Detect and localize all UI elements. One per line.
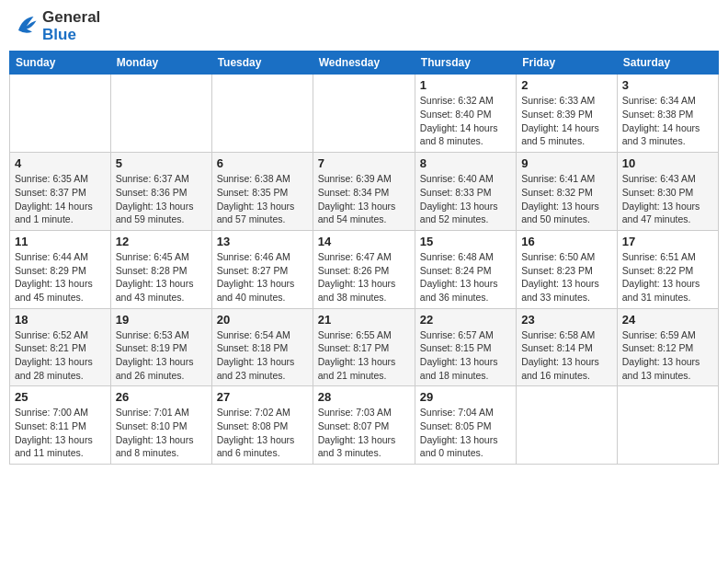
calendar-cell: 17Sunrise: 6:51 AM Sunset: 8:22 PM Dayli… (617, 230, 718, 308)
day-number: 26 (116, 390, 207, 404)
calendar-cell: 5Sunrise: 6:37 AM Sunset: 8:36 PM Daylig… (110, 153, 211, 231)
day-info: Sunrise: 7:02 AM Sunset: 8:08 PM Dayligh… (217, 406, 308, 460)
day-number: 8 (420, 156, 511, 170)
day-number: 2 (521, 78, 612, 92)
calendar-cell: 22Sunrise: 6:57 AM Sunset: 8:15 PM Dayli… (415, 308, 516, 386)
day-info: Sunrise: 6:35 AM Sunset: 8:37 PM Dayligh… (15, 172, 106, 226)
day-number: 4 (15, 156, 106, 170)
day-number: 21 (318, 313, 410, 327)
day-info: Sunrise: 7:03 AM Sunset: 8:07 PM Dayligh… (318, 406, 410, 460)
calendar-week-row: 11Sunrise: 6:44 AM Sunset: 8:29 PM Dayli… (10, 230, 719, 308)
day-info: Sunrise: 6:50 AM Sunset: 8:23 PM Dayligh… (521, 250, 612, 304)
logo: General Blue (13, 9, 100, 43)
calendar-cell: 8Sunrise: 6:40 AM Sunset: 8:33 PM Daylig… (415, 153, 516, 231)
calendar-body: 1Sunrise: 6:32 AM Sunset: 8:40 PM Daylig… (10, 75, 719, 465)
calendar-cell: 23Sunrise: 6:58 AM Sunset: 8:14 PM Dayli… (517, 308, 618, 386)
calendar-cell (211, 75, 313, 153)
day-header-friday: Friday (517, 52, 618, 75)
calendar-header-row: SundayMondayTuesdayWednesdayThursdayFrid… (10, 52, 719, 75)
calendar-cell (10, 75, 111, 153)
day-number: 19 (116, 313, 207, 327)
calendar-cell: 4Sunrise: 6:35 AM Sunset: 8:37 PM Daylig… (10, 153, 111, 231)
calendar-cell: 7Sunrise: 6:39 AM Sunset: 8:34 PM Daylig… (313, 153, 415, 231)
day-number: 22 (420, 313, 511, 327)
calendar-cell: 26Sunrise: 7:01 AM Sunset: 8:10 PM Dayli… (110, 386, 211, 465)
day-number: 24 (622, 313, 713, 327)
day-number: 16 (521, 235, 612, 248)
calendar-cell: 16Sunrise: 6:50 AM Sunset: 8:23 PM Dayli… (517, 230, 618, 308)
day-number: 29 (420, 390, 511, 404)
day-number: 11 (15, 235, 106, 248)
day-info: Sunrise: 6:46 AM Sunset: 8:27 PM Dayligh… (217, 250, 308, 304)
day-number: 27 (217, 390, 308, 404)
logo-icon (13, 11, 40, 42)
calendar-cell: 19Sunrise: 6:53 AM Sunset: 8:19 PM Dayli… (110, 308, 211, 386)
day-info: Sunrise: 6:57 AM Sunset: 8:15 PM Dayligh… (420, 328, 511, 383)
day-info: Sunrise: 6:38 AM Sunset: 8:35 PM Dayligh… (217, 172, 308, 226)
calendar-cell: 14Sunrise: 6:47 AM Sunset: 8:26 PM Dayli… (313, 230, 415, 308)
calendar-cell: 9Sunrise: 6:41 AM Sunset: 8:32 PM Daylig… (517, 153, 618, 231)
calendar-cell: 11Sunrise: 6:44 AM Sunset: 8:29 PM Dayli… (10, 230, 111, 308)
calendar-cell: 2Sunrise: 6:33 AM Sunset: 8:39 PM Daylig… (517, 75, 618, 153)
day-info: Sunrise: 6:48 AM Sunset: 8:24 PM Dayligh… (420, 250, 511, 304)
day-info: Sunrise: 6:32 AM Sunset: 8:40 PM Dayligh… (420, 94, 511, 148)
day-number: 3 (622, 78, 713, 92)
day-info: Sunrise: 6:33 AM Sunset: 8:39 PM Dayligh… (521, 94, 612, 148)
day-header-sunday: Sunday (10, 52, 111, 75)
calendar-cell: 24Sunrise: 6:59 AM Sunset: 8:12 PM Dayli… (617, 308, 718, 386)
day-info: Sunrise: 7:01 AM Sunset: 8:10 PM Dayligh… (116, 406, 207, 460)
day-info: Sunrise: 6:37 AM Sunset: 8:36 PM Dayligh… (116, 172, 207, 226)
day-info: Sunrise: 6:55 AM Sunset: 8:17 PM Dayligh… (318, 328, 410, 383)
day-number: 12 (116, 235, 207, 248)
calendar-cell: 1Sunrise: 6:32 AM Sunset: 8:40 PM Daylig… (415, 75, 516, 153)
day-info: Sunrise: 6:39 AM Sunset: 8:34 PM Dayligh… (318, 172, 410, 226)
day-info: Sunrise: 6:53 AM Sunset: 8:19 PM Dayligh… (116, 328, 207, 383)
day-number: 10 (622, 156, 713, 170)
calendar-cell (313, 75, 415, 153)
day-header-saturday: Saturday (617, 52, 718, 75)
day-number: 20 (217, 313, 308, 327)
day-number: 17 (622, 235, 713, 248)
day-info: Sunrise: 6:59 AM Sunset: 8:12 PM Dayligh… (622, 328, 713, 383)
page-header: General Blue (9, 9, 719, 43)
calendar-cell: 21Sunrise: 6:55 AM Sunset: 8:17 PM Dayli… (313, 308, 415, 386)
day-number: 15 (420, 235, 511, 248)
calendar-cell: 10Sunrise: 6:43 AM Sunset: 8:30 PM Dayli… (617, 153, 718, 231)
calendar-cell (110, 75, 211, 153)
calendar-cell: 25Sunrise: 7:00 AM Sunset: 8:11 PM Dayli… (10, 386, 111, 465)
calendar-cell: 12Sunrise: 6:45 AM Sunset: 8:28 PM Dayli… (110, 230, 211, 308)
calendar-cell: 6Sunrise: 6:38 AM Sunset: 8:35 PM Daylig… (211, 153, 313, 231)
day-info: Sunrise: 6:51 AM Sunset: 8:22 PM Dayligh… (622, 250, 713, 304)
calendar-week-row: 25Sunrise: 7:00 AM Sunset: 8:11 PM Dayli… (10, 386, 719, 465)
day-number: 6 (217, 156, 308, 170)
day-number: 13 (217, 235, 308, 248)
calendar-cell: 3Sunrise: 6:34 AM Sunset: 8:38 PM Daylig… (617, 75, 718, 153)
calendar-week-row: 18Sunrise: 6:52 AM Sunset: 8:21 PM Dayli… (10, 308, 719, 386)
day-info: Sunrise: 6:52 AM Sunset: 8:21 PM Dayligh… (15, 328, 106, 383)
day-info: Sunrise: 7:04 AM Sunset: 8:05 PM Dayligh… (420, 406, 511, 460)
day-header-monday: Monday (110, 52, 211, 75)
day-number: 28 (318, 390, 410, 404)
day-info: Sunrise: 6:45 AM Sunset: 8:28 PM Dayligh… (116, 250, 207, 304)
calendar-cell: 20Sunrise: 6:54 AM Sunset: 8:18 PM Dayli… (211, 308, 313, 386)
calendar-week-row: 4Sunrise: 6:35 AM Sunset: 8:37 PM Daylig… (10, 153, 719, 231)
day-number: 7 (318, 156, 410, 170)
day-number: 23 (521, 313, 612, 327)
day-number: 25 (15, 390, 106, 404)
day-info: Sunrise: 6:40 AM Sunset: 8:33 PM Dayligh… (420, 172, 511, 226)
calendar-cell: 15Sunrise: 6:48 AM Sunset: 8:24 PM Dayli… (415, 230, 516, 308)
calendar-cell: 27Sunrise: 7:02 AM Sunset: 8:08 PM Dayli… (211, 386, 313, 465)
calendar-cell (517, 386, 618, 465)
day-info: Sunrise: 7:00 AM Sunset: 8:11 PM Dayligh… (15, 406, 106, 460)
day-info: Sunrise: 6:47 AM Sunset: 8:26 PM Dayligh… (318, 250, 410, 304)
day-info: Sunrise: 6:41 AM Sunset: 8:32 PM Dayligh… (521, 172, 612, 226)
day-info: Sunrise: 6:58 AM Sunset: 8:14 PM Dayligh… (521, 328, 612, 383)
day-info: Sunrise: 6:34 AM Sunset: 8:38 PM Dayligh… (622, 94, 713, 148)
day-number: 14 (318, 235, 410, 248)
day-info: Sunrise: 6:44 AM Sunset: 8:29 PM Dayligh… (15, 250, 106, 304)
calendar-week-row: 1Sunrise: 6:32 AM Sunset: 8:40 PM Daylig… (10, 75, 719, 153)
day-header-tuesday: Tuesday (211, 52, 313, 75)
day-header-thursday: Thursday (415, 52, 516, 75)
calendar-cell: 13Sunrise: 6:46 AM Sunset: 8:27 PM Dayli… (211, 230, 313, 308)
day-number: 1 (420, 78, 511, 92)
